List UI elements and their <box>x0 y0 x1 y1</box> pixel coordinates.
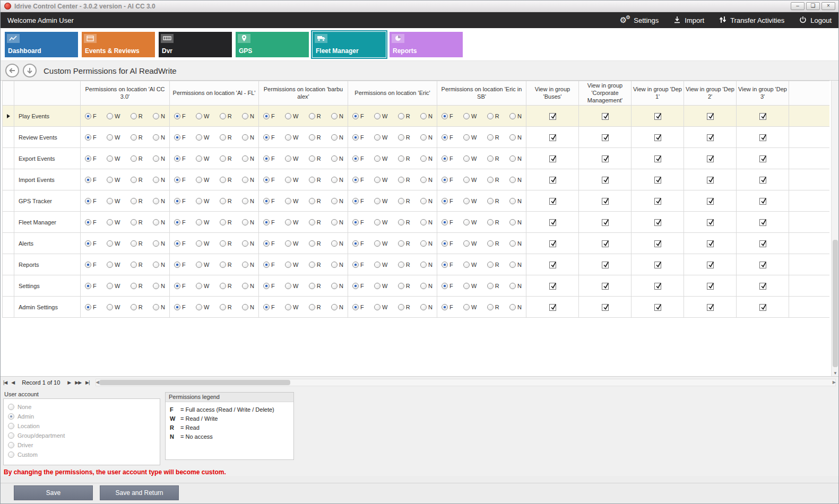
permission-option-n[interactable]: N <box>420 198 433 204</box>
permission-option-f[interactable]: F <box>352 198 364 204</box>
permission-option-n[interactable]: N <box>242 219 254 225</box>
table-row[interactable]: Play EventsFWRNFWRNFWRNFWRNFWRN <box>3 106 830 127</box>
permission-option-f[interactable]: F <box>85 262 97 268</box>
permission-option-n[interactable]: N <box>242 283 254 289</box>
radio-r[interactable] <box>398 113 404 119</box>
permission-option-w[interactable]: W <box>463 134 477 141</box>
radio-w[interactable] <box>285 134 291 141</box>
permission-option-n[interactable]: N <box>242 262 254 268</box>
group-view-checkbox[interactable] <box>602 304 609 311</box>
group-view-checkbox[interactable] <box>549 134 556 141</box>
radio-w[interactable] <box>463 134 470 141</box>
permission-option-f[interactable]: F <box>263 219 275 225</box>
group-view-checkbox[interactable] <box>654 219 661 226</box>
column-header-group-2[interactable]: View in group 'Dep 1' <box>632 81 684 106</box>
permission-option-n[interactable]: N <box>331 113 343 119</box>
radio-n[interactable] <box>331 155 338 162</box>
permission-option-n[interactable]: N <box>509 262 522 268</box>
group-view-checkbox[interactable] <box>759 240 766 247</box>
radio-r[interactable] <box>131 134 137 141</box>
permission-option-f[interactable]: F <box>442 198 453 204</box>
group-view-checkbox[interactable] <box>549 155 556 162</box>
column-header-location-2[interactable]: Permissions on location 'barbu alex' <box>259 81 348 106</box>
radio-w[interactable] <box>196 304 202 310</box>
permission-option-f[interactable]: F <box>85 177 97 183</box>
permission-option-n[interactable]: N <box>331 198 343 204</box>
radio-w[interactable] <box>463 262 470 268</box>
radio-w[interactable] <box>285 219 291 225</box>
group-view-checkbox[interactable] <box>759 134 766 141</box>
radio-w[interactable] <box>196 113 202 119</box>
permission-option-r[interactable]: R <box>398 219 410 225</box>
group-view-checkbox[interactable] <box>654 240 661 247</box>
group-view-checkbox[interactable] <box>602 219 609 226</box>
permission-option-w[interactable]: W <box>196 219 209 225</box>
radio-r[interactable] <box>131 113 137 119</box>
radio-w[interactable] <box>374 134 380 141</box>
permission-option-f[interactable]: F <box>174 219 186 225</box>
permission-option-n[interactable]: N <box>420 219 433 225</box>
permission-option-r[interactable]: R <box>220 262 232 268</box>
radio-r[interactable] <box>309 177 315 183</box>
radio-n[interactable] <box>153 155 159 162</box>
table-row[interactable]: Admin SettingsFWRNFWRNFWRNFWRNFWRN <box>3 297 830 318</box>
permission-option-w[interactable]: W <box>374 155 387 162</box>
group-view-checkbox[interactable] <box>759 177 766 184</box>
permission-option-f[interactable]: F <box>442 177 453 183</box>
radio-w[interactable] <box>374 240 380 247</box>
radio-r[interactable] <box>131 219 137 225</box>
permission-option-w[interactable]: W <box>196 113 209 119</box>
permission-option-n[interactable]: N <box>331 240 343 247</box>
radio-n[interactable] <box>420 219 427 225</box>
radio-w[interactable] <box>285 155 291 162</box>
group-view-checkbox[interactable] <box>549 240 556 247</box>
permission-option-n[interactable]: N <box>509 113 522 119</box>
radio-f[interactable] <box>442 283 448 289</box>
account-type-option-driver[interactable]: Driver <box>8 440 155 450</box>
column-header-location-1[interactable]: Permissions on location 'Al - FL' <box>170 81 259 106</box>
maximize-button[interactable]: ❏ <box>806 2 820 10</box>
permission-option-r[interactable]: R <box>398 113 410 119</box>
permission-option-n[interactable]: N <box>331 177 343 183</box>
permission-option-f[interactable]: F <box>174 262 186 268</box>
group-view-checkbox[interactable] <box>759 304 766 311</box>
radio-f[interactable] <box>85 283 91 289</box>
permission-option-w[interactable]: W <box>285 304 298 310</box>
permission-option-r[interactable]: R <box>220 283 232 289</box>
permission-option-f[interactable]: F <box>263 262 275 268</box>
group-view-checkbox[interactable] <box>602 262 609 268</box>
permission-option-r[interactable]: R <box>487 198 499 204</box>
radio-n[interactable] <box>420 240 427 247</box>
radio-w[interactable] <box>196 134 202 141</box>
table-row[interactable]: SettingsFWRNFWRNFWRNFWRNFWRN <box>3 275 830 297</box>
radio-r[interactable] <box>309 240 315 247</box>
table-row[interactable]: Import EventsFWRNFWRNFWRNFWRNFWRN <box>3 169 830 190</box>
radio-r[interactable] <box>398 304 404 310</box>
permission-option-n[interactable]: N <box>153 155 165 162</box>
permission-option-n[interactable]: N <box>420 240 433 247</box>
permission-option-r[interactable]: R <box>309 134 321 141</box>
group-view-checkbox[interactable] <box>654 113 661 120</box>
radio-n[interactable] <box>420 177 427 183</box>
radio-r[interactable] <box>220 304 226 310</box>
radio-w[interactable] <box>196 262 202 268</box>
radio-f[interactable] <box>263 198 270 204</box>
radio-f[interactable] <box>352 155 359 162</box>
radio-f[interactable] <box>442 219 448 225</box>
radio-w[interactable] <box>107 113 113 119</box>
radio-n[interactable] <box>242 134 248 141</box>
radio-f[interactable] <box>352 219 359 225</box>
radio-r[interactable] <box>309 198 315 204</box>
permission-option-f[interactable]: F <box>85 155 97 162</box>
group-view-checkbox[interactable] <box>707 134 714 141</box>
radio-n[interactable] <box>242 283 248 289</box>
permission-option-n[interactable]: N <box>153 283 165 289</box>
permission-option-w[interactable]: W <box>285 155 298 162</box>
radio-n[interactable] <box>420 113 427 119</box>
permission-option-w[interactable]: W <box>374 219 387 225</box>
radio-f[interactable] <box>263 113 270 119</box>
column-header-group-3[interactable]: View in group 'Dep 2' <box>684 81 737 106</box>
radio-w[interactable] <box>285 198 291 204</box>
permission-option-n[interactable]: N <box>242 155 254 162</box>
permission-option-r[interactable]: R <box>487 113 499 119</box>
